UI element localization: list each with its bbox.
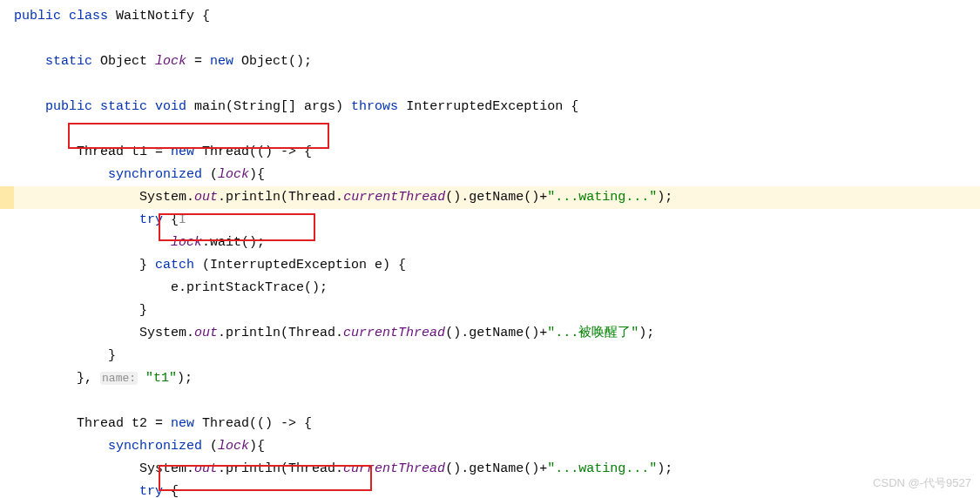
keyword-synchronized: synchronized [108,439,202,454]
keyword-new: new [210,54,233,69]
field-out: out [194,190,218,205]
code-line: } [14,299,980,322]
keyword-public: public [14,9,61,24]
brace: { [194,9,210,24]
keyword-public: public [45,99,92,114]
field-out: out [194,326,218,340]
code-line: }, name: "t1"); [14,367,980,390]
type-object: Object [92,54,147,69]
method-currentThread: currentThread [343,461,445,476]
keyword-try: try [139,212,163,227]
keyword-try: try [139,484,163,498]
code-line: public class WaitNotify { [14,5,980,28]
code-line: try { [14,481,980,498]
code-line: public static void main(String[] args) t… [14,96,980,118]
keyword-static: static [45,54,92,69]
gutter-highlight [0,186,14,209]
code-line: e.printStackTrace(); [14,277,980,299]
code-line: static Object lock = new Object(); [14,50,980,73]
field-lock: lock [171,235,202,250]
code-line: Thread t2 = new Thread(() -> { [14,413,980,435]
keyword-class: class [69,9,108,24]
code-line: } [14,345,980,367]
code-line-highlighted: System.out.println(Thread.currentThread(… [14,186,980,209]
keyword-synchronized: synchronized [108,167,202,182]
keyword-throws: throws [343,99,398,114]
code-line [14,390,980,413]
code-line: lock.wait(); [14,232,980,254]
code-line: Thread t1 = new Thread(() -> { [14,141,980,164]
keyword-static: static [92,99,147,114]
keyword-void: void [147,99,186,114]
code-line: synchronized (lock){ [14,435,980,458]
field-lock: lock [218,439,249,454]
code-line: System.out.println(Thread.currentThread(… [14,322,980,345]
field-lock: lock [147,54,186,69]
method-currentThread: currentThread [343,326,445,340]
code-line: System.out.println(Thread.currentThread(… [14,458,980,481]
string-literal: "t1" [138,371,177,386]
keyword-new: new [171,145,194,159]
keyword-new: new [171,416,194,431]
field-out: out [194,461,218,476]
class-name: WaitNotify [116,9,194,24]
code-line: } catch (InterruptedException e) { [14,254,980,277]
code-line [14,118,980,141]
string-literal: "...被唤醒了" [547,326,639,340]
string-literal: "...wating..." [547,461,657,476]
code-line [14,28,980,50]
watermark: CSDN @-代号9527 [873,475,971,491]
field-lock: lock [218,167,249,182]
keyword-catch: catch [155,258,194,273]
code-line [14,73,980,96]
code-line: synchronized (lock){ [14,164,980,186]
method-main: main [186,99,226,114]
string-literal: "...wating..." [547,190,657,205]
text-cursor: I [179,212,186,227]
method-currentThread: currentThread [343,190,445,205]
code-editor: public class WaitNotify { static Object … [14,5,980,498]
param-hint: name: [100,372,138,385]
code-line: try {I [14,209,980,232]
